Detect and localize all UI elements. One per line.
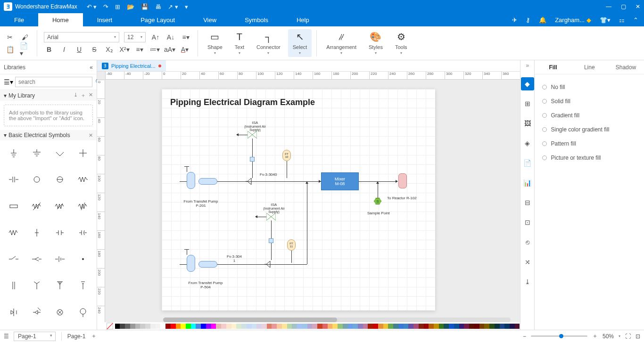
color-swatch[interactable] [120,324,125,329]
color-swatch[interactable] [130,324,135,329]
menu-home[interactable]: Home [38,13,83,26]
pattern-fill-option[interactable]: Pattern fill [542,137,636,151]
expand-right-panel[interactable]: » [526,62,529,69]
symbol-resistor[interactable] [72,169,95,190]
color-swatch[interactable] [277,324,282,329]
pages-icon[interactable]: ☰ [4,333,9,340]
color-swatch[interactable] [388,324,393,329]
color-swatch[interactable] [267,324,272,329]
italic-button[interactable]: I [59,44,69,55]
color-swatch[interactable] [216,324,221,329]
single-gradient-option[interactable]: Single color gradient fill [542,122,636,137]
symbol-chassis[interactable] [49,142,72,164]
color-swatch[interactable] [373,324,378,329]
layers-panel-button[interactable]: ◈ [521,137,534,150]
apps-icon[interactable]: ⚏ [619,16,625,24]
color-swatch[interactable] [504,324,510,329]
collapse-left-panel[interactable]: « [90,64,93,71]
increase-font-button[interactable]: A↑ [150,32,161,42]
h-scrollbar[interactable] [163,318,511,322]
symbol-switch[interactable] [2,248,25,270]
select-tool[interactable]: ↖Select▾ [288,29,312,57]
shuffle-panel-button[interactable]: ⤨ [521,255,534,269]
symbol-circle[interactable] [25,169,48,190]
color-swatch[interactable] [135,324,140,329]
color-swatch[interactable] [368,324,373,329]
color-swatch[interactable] [256,324,262,329]
symbol-rect[interactable] [2,195,25,217]
color-swatch[interactable] [408,324,413,329]
shadow-tab[interactable]: Shadow [608,60,644,74]
color-swatch[interactable] [515,324,520,329]
close-section-icon[interactable]: ✕ [89,92,93,99]
shirt-icon[interactable]: 👕▾ [600,16,611,24]
color-swatch[interactable] [404,324,409,329]
color-swatch[interactable] [393,324,398,329]
symbol-lamp[interactable] [49,301,72,323]
color-swatch[interactable] [424,324,429,329]
no-fill-option[interactable]: No fill [542,80,636,94]
print-button[interactable]: 🖶 [155,3,161,10]
fill-tab[interactable]: Fill [535,60,571,74]
color-swatch[interactable] [262,324,267,329]
symbol-inductor[interactable] [2,222,25,244]
cut-button[interactable]: ✂ [5,32,15,42]
symbol-cap3[interactable] [72,222,95,244]
color-swatch[interactable] [176,324,181,329]
symbol-ground2[interactable] [25,142,48,164]
export-button[interactable]: ↗ ▾ [168,3,178,10]
symbol-pot[interactable] [25,222,48,244]
align-button[interactable]: ≡▾ [181,32,191,42]
menu-file[interactable]: File [0,13,38,26]
bullets-button[interactable]: ≔▾ [149,44,160,55]
color-swatch[interactable] [474,324,479,329]
color-swatch[interactable] [434,324,439,329]
symbol-antenna[interactable] [25,275,48,296]
zoom-slider[interactable] [531,335,587,337]
color-swatch[interactable] [156,324,161,329]
zoom-in-button[interactable]: ＋ [592,332,598,340]
color-swatch[interactable] [302,324,307,329]
color-swatch[interactable] [171,324,176,329]
menu-view[interactable]: View [189,13,231,26]
color-swatch[interactable] [439,324,444,329]
color-swatch[interactable] [247,324,252,329]
color-swatch[interactable] [358,324,363,329]
close-button[interactable]: ✕ [636,3,640,10]
color-swatch[interactable] [332,324,338,329]
menu-symbols[interactable]: Symbols [231,13,282,26]
color-swatch[interactable] [459,324,464,329]
color-swatch[interactable] [419,324,424,329]
symbol-bulb[interactable] [72,301,95,323]
underline-button[interactable]: U [74,44,84,55]
color-swatch[interactable] [363,324,368,329]
fill-panel-button[interactable]: ◆ [521,77,534,90]
color-swatch[interactable] [206,324,211,329]
symbol-antenna2[interactable] [49,275,72,296]
collapse-ribbon[interactable]: ⌃ [633,16,638,24]
color-swatch[interactable] [221,324,226,329]
decrease-font-button[interactable]: A↓ [165,32,176,42]
shape-tool[interactable]: ▭Shape▾ [203,29,227,57]
symbol-diode[interactable] [2,301,25,323]
minimize-button[interactable]: — [606,3,611,10]
symbol-junction[interactable] [72,142,95,164]
color-swatch[interactable] [140,324,145,329]
text-tool[interactable]: TText▾ [230,30,249,57]
gradient-fill-option[interactable]: Gradient fill [542,108,636,122]
color-swatch[interactable] [211,324,216,329]
color-swatch[interactable] [322,324,328,329]
page[interactable]: Pipping Electrical Diagram Example ISA(I… [162,89,435,310]
font-color-button[interactable]: A▾ [180,44,190,55]
symbol-var-resistor3[interactable] [72,195,95,217]
color-swatch[interactable] [186,324,191,329]
tools-tool[interactable]: ⚙Tools▾ [390,29,412,57]
grid-panel-button[interactable]: ⊞ [521,97,534,110]
no-fill-swatch[interactable] [107,323,113,329]
color-swatch[interactable] [398,324,404,329]
page-tab[interactable]: Page-1 [67,333,86,340]
color-swatch[interactable] [241,324,247,329]
menu-help[interactable]: Help [282,13,323,26]
color-swatch[interactable] [160,324,165,329]
save-button[interactable]: 💾 [141,3,149,10]
